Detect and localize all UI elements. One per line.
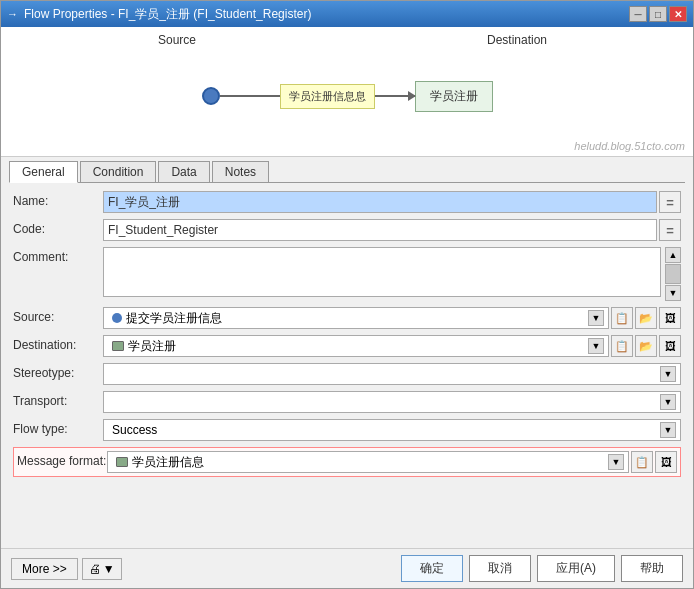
title-bar-controls: ─ □ ✕ <box>629 6 687 22</box>
note-box: 学员注册信息息 <box>280 84 375 109</box>
destination-select-text: 学员注册 <box>108 338 588 355</box>
source-value: 提交学员注册信息 <box>126 310 222 327</box>
diagram-canvas: 学员注册信息息 学员注册 <box>7 51 687 141</box>
comment-wrapper: ▲ ▼ <box>103 247 681 301</box>
flowtype-value: Success <box>112 423 157 437</box>
stereotype-select[interactable]: ▼ <box>103 363 681 385</box>
destination-btn-3[interactable]: 🖼 <box>659 335 681 357</box>
tab-general[interactable]: General <box>9 161 78 183</box>
main-window: → Flow Properties - FI_学员_注册 (FI_Student… <box>0 0 694 589</box>
destination-label: Destination: <box>13 335 103 352</box>
flow-diagram: 学员注册信息息 学员注册 <box>202 81 493 112</box>
destination-header-label: Destination <box>347 33 687 47</box>
flowtype-select[interactable]: Success ▼ <box>103 419 681 441</box>
connector-arrow <box>375 95 415 97</box>
tabs: General Condition Data Notes <box>9 161 685 183</box>
source-btn-2[interactable]: 📂 <box>635 307 657 329</box>
flowtype-label: Flow type: <box>13 419 103 436</box>
stereotype-label: Stereotype: <box>13 363 103 380</box>
source-btn-3[interactable]: 🖼 <box>659 307 681 329</box>
destination-row: Destination: 学员注册 ▼ 📋 📂 🖼 <box>13 335 681 357</box>
close-button[interactable]: ✕ <box>669 6 687 22</box>
source-select-text: 提交学员注册信息 <box>108 310 588 327</box>
flowtype-row: Flow type: Success ▼ <box>13 419 681 441</box>
message-format-value: 学员注册信息 <box>132 454 204 471</box>
form-area: Name: = Code: = Comment: ▲ ▼ <box>1 183 693 548</box>
apply-button[interactable]: 应用(A) <box>537 555 615 582</box>
transport-select[interactable]: ▼ <box>103 391 681 413</box>
code-label: Code: <box>13 219 103 236</box>
message-format-btn-2[interactable]: 🖼 <box>655 451 677 473</box>
help-button[interactable]: 帮助 <box>621 555 683 582</box>
dest-box-icon <box>112 341 124 351</box>
source-dot-icon <box>112 313 122 323</box>
tab-data[interactable]: Data <box>158 161 209 182</box>
source-header-label: Source <box>7 33 347 47</box>
name-label: Name: <box>13 191 103 208</box>
transport-row: Transport: ▼ <box>13 391 681 413</box>
scroll-up-button[interactable]: ▲ <box>665 247 681 263</box>
scroll-thumb[interactable] <box>665 264 681 284</box>
name-input[interactable] <box>103 191 657 213</box>
more-button[interactable]: More >> <box>11 558 78 580</box>
flowtype-control: Success ▼ <box>103 419 681 441</box>
process-box: 学员注册 <box>415 81 493 112</box>
comment-row: Comment: ▲ ▼ <box>13 247 681 301</box>
destination-dropdown-arrow[interactable]: ▼ <box>588 338 604 354</box>
cancel-button[interactable]: 取消 <box>469 555 531 582</box>
message-format-row: Message format: 学员注册信息 ▼ 📋 🖼 <box>13 447 681 477</box>
destination-select[interactable]: 学员注册 ▼ <box>103 335 609 357</box>
msg-box-icon <box>116 457 128 467</box>
destination-control: 学员注册 ▼ 📋 📂 🖼 <box>103 335 681 357</box>
code-equal-button[interactable]: = <box>659 219 681 241</box>
print-dropdown-arrow: ▼ <box>103 562 115 576</box>
tab-notes[interactable]: Notes <box>212 161 269 182</box>
transport-dropdown-arrow[interactable]: ▼ <box>660 394 676 410</box>
src-dst-header: Source Destination <box>7 33 687 47</box>
name-equal-button[interactable]: = <box>659 191 681 213</box>
source-btn-1[interactable]: 📋 <box>611 307 633 329</box>
comment-scrollbar: ▲ ▼ <box>665 247 681 301</box>
message-format-control: 学员注册信息 ▼ 📋 🖼 <box>107 451 677 473</box>
transport-label: Transport: <box>13 391 103 408</box>
confirm-button[interactable]: 确定 <box>401 555 463 582</box>
tabs-area: General Condition Data Notes <box>1 161 693 183</box>
message-format-dropdown-arrow[interactable]: ▼ <box>608 454 624 470</box>
window-title: Flow Properties - FI_学员_注册 (FI_Student_R… <box>24 6 311 23</box>
destination-value: 学员注册 <box>128 338 176 355</box>
destination-btn-2[interactable]: 📂 <box>635 335 657 357</box>
watermark: heludd.blog.51cto.com <box>574 140 685 152</box>
print-button[interactable]: 🖨 ▼ <box>82 558 122 580</box>
source-control: 提交学员注册信息 ▼ 📋 📂 🖼 <box>103 307 681 329</box>
message-format-btn-1[interactable]: 📋 <box>631 451 653 473</box>
source-dropdown-arrow[interactable]: ▼ <box>588 310 604 326</box>
flowtype-select-text: Success <box>108 423 660 437</box>
code-control: = <box>103 219 681 241</box>
connector-line-1 <box>220 95 280 97</box>
maximize-button[interactable]: □ <box>649 6 667 22</box>
stereotype-control: ▼ <box>103 363 681 385</box>
footer-left: More >> 🖨 ▼ <box>11 558 122 580</box>
comment-input[interactable] <box>103 247 661 297</box>
source-label: Source: <box>13 307 103 324</box>
name-row: Name: = <box>13 191 681 213</box>
flowtype-dropdown-arrow[interactable]: ▼ <box>660 422 676 438</box>
stereotype-dropdown-arrow[interactable]: ▼ <box>660 366 676 382</box>
code-input[interactable] <box>103 219 657 241</box>
source-select[interactable]: 提交学员注册信息 ▼ <box>103 307 609 329</box>
title-bar-left: → Flow Properties - FI_学员_注册 (FI_Student… <box>7 6 311 23</box>
more-label: More >> <box>22 562 67 576</box>
footer: More >> 🖨 ▼ 确定 取消 应用(A) 帮助 <box>1 548 693 588</box>
destination-btn-1[interactable]: 📋 <box>611 335 633 357</box>
comment-label: Comment: <box>13 247 103 264</box>
title-bar: → Flow Properties - FI_学员_注册 (FI_Student… <box>1 1 693 27</box>
start-node <box>202 87 220 105</box>
name-control: = <box>103 191 681 213</box>
message-format-label: Message format: <box>17 451 107 468</box>
minimize-button[interactable]: ─ <box>629 6 647 22</box>
scroll-down-button[interactable]: ▼ <box>665 285 681 301</box>
message-format-select[interactable]: 学员注册信息 ▼ <box>107 451 629 473</box>
code-row: Code: = <box>13 219 681 241</box>
transport-control: ▼ <box>103 391 681 413</box>
tab-condition[interactable]: Condition <box>80 161 157 182</box>
